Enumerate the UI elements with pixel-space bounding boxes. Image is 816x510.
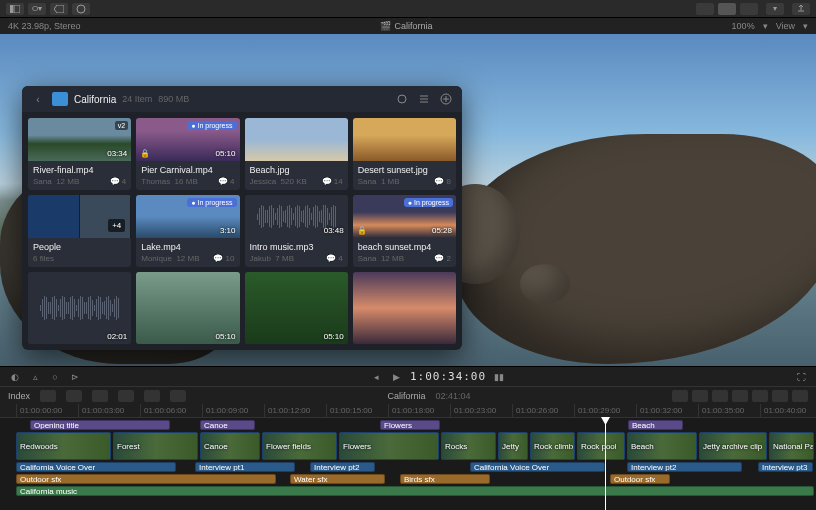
media-filename: Intro music.mp3 xyxy=(250,242,343,252)
status-badge: ● In progress xyxy=(404,198,453,207)
tl-opt-zoom[interactable] xyxy=(752,390,768,402)
media-thumbnail: 05:10 xyxy=(245,272,348,344)
audio-skim-button[interactable]: ▵ xyxy=(28,370,42,384)
clip[interactable]: California music xyxy=(16,486,814,496)
fullscreen-button[interactable]: ⛶ xyxy=(794,370,808,384)
tl-tool-c[interactable] xyxy=(92,390,108,402)
playhead[interactable] xyxy=(605,418,606,510)
library-toggle-button[interactable] xyxy=(6,3,24,15)
clip[interactable]: Rocks xyxy=(441,432,496,460)
timeline-ruler[interactable]: 01:00:00:0001:00:03:0001:00:06:0001:00:0… xyxy=(0,404,816,418)
view-mode-b-button[interactable] xyxy=(718,3,736,15)
zoom-chevron-icon[interactable]: ▾ xyxy=(763,21,768,31)
media-card[interactable]: v203:34River-final.mp4Sana 12 MB💬 4 xyxy=(28,118,131,190)
media-card[interactable]: 03:48Intro music.mp3Jakub 7 MB💬 4 xyxy=(245,195,348,267)
media-card[interactable]: 05:10 xyxy=(245,272,348,344)
viewer[interactable]: ‹ California 24 Item 890 MB v203:34River… xyxy=(0,34,816,366)
view-menu[interactable]: View xyxy=(776,21,795,31)
media-card[interactable]: ● In progress3:10Lake.mp4Monique 12 MB💬 … xyxy=(136,195,239,267)
media-card[interactable] xyxy=(353,272,456,344)
inspector-toggle-button[interactable]: ▾ xyxy=(766,3,784,15)
clip[interactable]: California Voice Over xyxy=(16,462,176,472)
clip[interactable]: Redwoods xyxy=(16,432,111,460)
view-mode-a-button[interactable] xyxy=(696,3,714,15)
back-button[interactable]: ‹ xyxy=(30,91,46,107)
media-filename: People xyxy=(33,242,126,252)
music-track[interactable]: California music xyxy=(0,486,816,496)
sfx-track[interactable]: Outdoor sfxWater sfxBirds sfxOutdoor sfx xyxy=(0,474,816,484)
top-toolbar: O▾ ▾ xyxy=(0,0,816,18)
share-button[interactable] xyxy=(792,3,810,15)
zoom-level[interactable]: 100% xyxy=(732,21,755,31)
clip[interactable]: Canoe xyxy=(200,420,255,430)
tl-opt-select[interactable] xyxy=(672,390,688,402)
clip[interactable]: Water sfx xyxy=(290,474,385,484)
clip[interactable]: Opening title xyxy=(30,420,170,430)
clip[interactable]: Flowers xyxy=(380,420,440,430)
media-card[interactable]: Desert sunset.jpgSana 1 MB💬 8 xyxy=(353,118,456,190)
view-mode-c-button[interactable] xyxy=(740,3,758,15)
view-chevron-icon[interactable]: ▾ xyxy=(803,21,808,31)
ruler-tick: 01:00:32:00 xyxy=(636,404,682,417)
bg-tasks-button[interactable] xyxy=(72,3,90,15)
list-view-button[interactable] xyxy=(416,91,432,107)
clip[interactable]: National Park xyxy=(769,432,814,460)
tl-opt-effects[interactable] xyxy=(792,390,808,402)
prev-frame-button[interactable]: ◂ xyxy=(370,370,384,384)
tl-opt-trim[interactable] xyxy=(692,390,708,402)
clip[interactable]: Rock climb xyxy=(530,432,575,460)
next-frame-button[interactable]: ▮▮ xyxy=(492,370,506,384)
clip[interactable]: Beach xyxy=(627,432,697,460)
clip[interactable]: Outdoor sfx xyxy=(16,474,276,484)
clip[interactable]: Canoe xyxy=(200,432,260,460)
solo-button[interactable]: ○ xyxy=(48,370,62,384)
clip[interactable]: Interview pt2 xyxy=(310,462,375,472)
tl-opt-audio[interactable] xyxy=(712,390,728,402)
clip[interactable]: Interview pt1 xyxy=(195,462,295,472)
timecode-display[interactable]: 1:00:34:00 xyxy=(410,370,486,383)
play-button[interactable]: ▶ xyxy=(390,370,404,384)
clip[interactable]: California Voice Over xyxy=(470,462,605,472)
svg-point-2 xyxy=(77,5,85,13)
folder-title: California xyxy=(74,94,116,105)
title-track[interactable]: Opening titleCanoeFlowersBeach xyxy=(0,420,816,430)
media-card[interactable]: ● In progress05:10🔒Pier Carnival.mp4Thom… xyxy=(136,118,239,190)
clip[interactable]: Birds sfx xyxy=(400,474,490,484)
duration-label: 3:10 xyxy=(220,226,236,235)
tl-opt-lanes[interactable] xyxy=(732,390,748,402)
clip[interactable]: Forest xyxy=(113,432,198,460)
sync-button[interactable] xyxy=(394,91,410,107)
media-card[interactable]: ● In progress05:28🔒beach sunset.mp4Sana … xyxy=(353,195,456,267)
video-track[interactable]: RedwoodsForestCanoeFlower fieldsFlowersR… xyxy=(0,432,816,460)
media-card[interactable]: 02:01 xyxy=(28,272,131,344)
tl-tool-b[interactable] xyxy=(66,390,82,402)
media-card[interactable]: +4People6 files xyxy=(28,195,131,267)
clip[interactable]: Beach xyxy=(628,420,683,430)
tl-tool-f[interactable] xyxy=(170,390,186,402)
index-button[interactable]: Index xyxy=(8,391,30,401)
media-card[interactable]: 05:10 xyxy=(136,272,239,344)
tl-tool-d[interactable] xyxy=(118,390,134,402)
timeline-tracks[interactable]: Opening titleCanoeFlowersBeach RedwoodsF… xyxy=(0,418,816,510)
media-card[interactable]: Beach.jpgJessica 520 KB💬 14 xyxy=(245,118,348,190)
tl-tool-a[interactable] xyxy=(40,390,56,402)
snap-button[interactable]: ⊳ xyxy=(68,370,82,384)
clip[interactable]: Flower fields xyxy=(262,432,337,460)
clip[interactable]: Rock pool xyxy=(577,432,625,460)
timeline[interactable]: 01:00:00:0001:00:03:0001:00:06:0001:00:0… xyxy=(0,404,816,510)
clip[interactable]: Outdoor sfx xyxy=(610,474,670,484)
clip[interactable]: Jetty xyxy=(498,432,528,460)
tl-tool-e[interactable] xyxy=(144,390,160,402)
add-button[interactable] xyxy=(438,91,454,107)
clip[interactable]: Jetty archive clip xyxy=(699,432,767,460)
media-author: Thomas 16 MB xyxy=(141,177,197,186)
dialog-track[interactable]: California Voice OverInterview pt1Interv… xyxy=(0,462,816,472)
skimming-button[interactable]: ◐ xyxy=(8,370,22,384)
clip[interactable]: Interview pt3 xyxy=(758,462,813,472)
more-count-badge: +4 xyxy=(108,219,125,232)
import-button[interactable]: O▾ xyxy=(28,3,46,15)
clip[interactable]: Flowers xyxy=(339,432,439,460)
tl-opt-index[interactable] xyxy=(772,390,788,402)
clip[interactable]: Interview pt2 xyxy=(627,462,742,472)
keyword-button[interactable] xyxy=(50,3,68,15)
